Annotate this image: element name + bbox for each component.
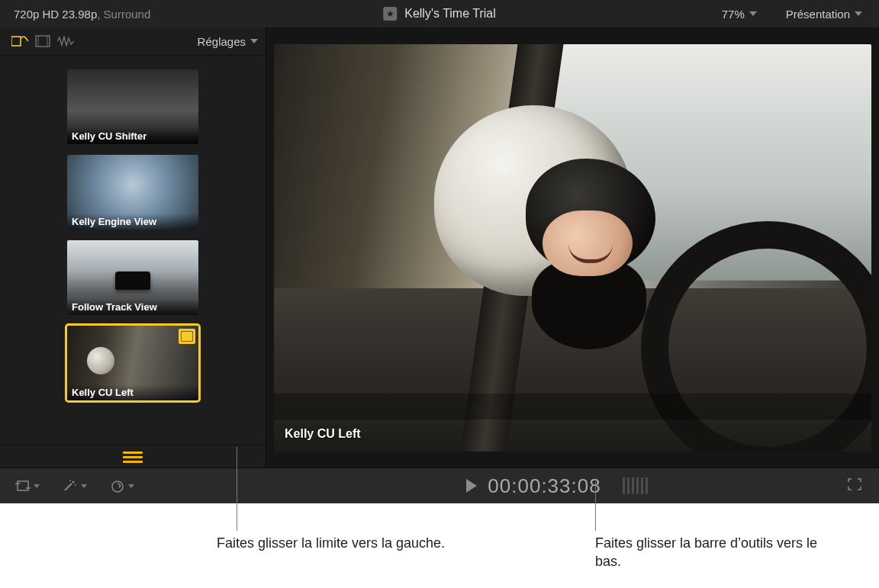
split-handle[interactable] <box>233 27 236 468</box>
svg-point-8 <box>75 484 76 486</box>
angle-sidebar: Réglages Kelly CU ShifterKelly Engine Vi… <box>0 27 266 468</box>
svg-point-7 <box>72 481 75 484</box>
bottom-toolbar[interactable]: 00:00:33:08 <box>0 468 879 503</box>
settings-dropdown[interactable]: Réglages <box>198 35 258 48</box>
project-title-area: ★ Kelly's Time Trial <box>383 7 496 21</box>
svg-rect-0 <box>11 37 21 46</box>
sidebar-toolbar: Réglages <box>0 27 266 56</box>
enhance-tool[interactable] <box>63 479 87 493</box>
presentation-dropdown[interactable]: Présentation <box>786 8 862 21</box>
video-audio-switch-icon[interactable] <box>11 33 29 50</box>
angle-thumbnail[interactable]: Kelly Engine View <box>67 155 198 230</box>
format-suffix: , Surround <box>97 8 150 21</box>
svg-point-10 <box>112 481 123 492</box>
format-main: 720p HD 23.98p <box>14 8 97 21</box>
zoom-value: 77% <box>722 8 745 21</box>
annotation-area: Faites glisser la limite vers la gauche.… <box>0 503 879 580</box>
chevron-down-icon <box>34 484 40 488</box>
angle-label: Kelly CU Shifter <box>67 128 198 144</box>
angle-label: Kelly Engine View <box>67 214 198 230</box>
star-icon: ★ <box>383 7 397 21</box>
svg-rect-4 <box>18 481 28 490</box>
audio-only-icon[interactable] <box>56 33 75 50</box>
left-tool-group <box>0 479 267 493</box>
fullscreen-button[interactable] <box>847 480 862 493</box>
app-window: 720p HD 23.98p, Surround ★ Kelly's Time … <box>0 0 879 503</box>
transport-controls: 00:00:33:08 <box>267 474 847 498</box>
callout-leader-line <box>237 447 237 531</box>
callout-right: Faites glisser la barre d’outils vers le… <box>595 534 824 571</box>
format-info: 720p HD 23.98p, Surround <box>0 8 150 21</box>
angle-label: Follow Track View <box>67 299 198 315</box>
project-title: Kelly's Time Trial <box>404 7 496 21</box>
timecode-display[interactable]: 00:00:33:08 <box>488 474 600 498</box>
angle-label: Kelly CU Left <box>67 384 198 400</box>
callout-leader-line <box>595 482 596 531</box>
crop-tool[interactable] <box>15 479 40 493</box>
retime-tool[interactable] <box>110 479 134 493</box>
video-content <box>274 44 871 451</box>
angle-thumbnail[interactable]: Follow Track View <box>67 240 198 315</box>
top-bar: 720p HD 23.98p, Surround ★ Kelly's Time … <box>0 0 879 28</box>
play-button[interactable] <box>466 479 477 493</box>
viewer-overlay-label: Kelly CU Left <box>285 427 361 441</box>
settings-label: Réglages <box>198 35 246 48</box>
angle-list[interactable]: Kelly CU ShifterKelly Engine ViewFollow … <box>0 56 266 445</box>
svg-point-9 <box>69 480 71 481</box>
video-only-icon[interactable] <box>34 33 52 50</box>
chevron-down-icon <box>749 11 757 16</box>
sidebar-bottom <box>0 445 266 468</box>
active-angle-badge-icon <box>179 329 195 344</box>
chevron-down-icon <box>250 39 258 43</box>
overlay-strip <box>274 394 871 419</box>
chevron-down-icon <box>128 484 134 488</box>
presentation-label: Présentation <box>786 8 850 21</box>
zoom-dropdown[interactable]: 77% <box>722 8 757 21</box>
callout-left: Faites glisser la limite vers la gauche. <box>217 534 446 552</box>
chevron-down-icon <box>855 11 862 16</box>
viewer-frame[interactable]: Kelly CU Left <box>274 44 871 451</box>
main-area: Réglages Kelly CU ShifterKelly Engine Vi… <box>0 27 879 468</box>
chevron-down-icon <box>81 484 87 488</box>
viewer: Kelly CU Left <box>266 27 879 468</box>
audio-meter-icon[interactable] <box>623 477 648 494</box>
angle-thumbnail[interactable]: Kelly CU Shifter <box>67 69 198 144</box>
angle-thumbnail[interactable]: Kelly CU Left <box>67 326 198 400</box>
angle-overview-icon[interactable] <box>123 451 143 463</box>
